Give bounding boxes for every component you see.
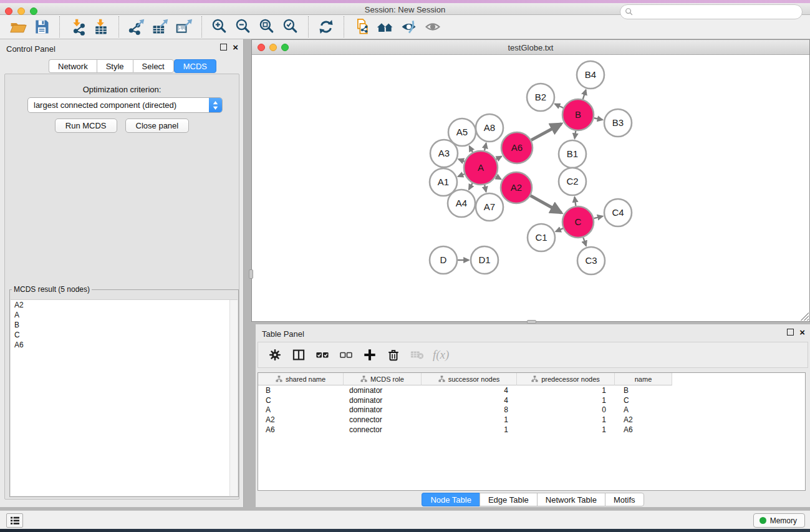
delete-row-button[interactable] [383, 344, 404, 365]
tab-network[interactable]: Network [49, 59, 97, 73]
import-network-icon [69, 18, 86, 36]
run-mcds-button[interactable]: Run MCDS [55, 118, 117, 133]
graph-edge-C-C3[interactable] [583, 238, 586, 246]
table-cell: 4 [422, 396, 517, 405]
graph-edge-A-A1[interactable] [458, 174, 465, 177]
close-panel-icon[interactable]: × [233, 44, 238, 51]
node-table-header: shared nameMCDS rolesuccessor nodesprede… [258, 373, 805, 385]
graph-node-label-D1: D1 [478, 254, 490, 265]
columns-button[interactable] [288, 344, 309, 365]
graph-edge-C-C1[interactable] [556, 228, 563, 231]
mcds-result-item[interactable]: A [11, 310, 238, 320]
close-table-panel-icon[interactable]: × [799, 329, 805, 336]
select-all-button[interactable] [312, 344, 333, 365]
float-table-panel-icon[interactable] [787, 329, 794, 336]
save-session-button[interactable] [30, 16, 54, 37]
table-cell: dominator [344, 396, 422, 405]
tab-style[interactable]: Style [97, 59, 133, 73]
toolbar-separator [344, 16, 344, 37]
tab-network-table[interactable]: Network Table [537, 493, 605, 506]
graph-edge-B-B4[interactable] [583, 90, 586, 99]
search-box[interactable] [620, 4, 803, 19]
graph-node-label-A8: A8 [484, 122, 495, 133]
graph-edge-A2-C[interactable] [531, 196, 562, 213]
open-session-button[interactable] [6, 16, 30, 37]
hide-panel-button[interactable] [397, 16, 421, 37]
table-row[interactable]: A6connector11A6 [258, 425, 805, 435]
refresh-button[interactable] [314, 16, 338, 37]
tab-mcds[interactable]: MCDS [174, 59, 216, 73]
zoom-out-button[interactable] [231, 16, 255, 37]
mcds-result-item[interactable]: A6 [11, 340, 238, 350]
settings-gear-button[interactable] [264, 344, 286, 365]
graph-edge-A-A8[interactable] [485, 143, 486, 151]
graph-edge-A-A4[interactable] [469, 183, 473, 190]
graph-edge-A-A5[interactable] [470, 146, 473, 152]
table-cell: 1 [422, 415, 517, 424]
optimization-criterion-dropdown[interactable]: largest connected component (directed) [27, 97, 223, 113]
graph-edge-A-A3[interactable] [458, 159, 465, 162]
search-input[interactable] [634, 6, 802, 18]
table-row[interactable]: Cdominator41C [258, 395, 805, 405]
tab-select[interactable]: Select [133, 59, 174, 73]
import-network-button[interactable] [65, 16, 89, 37]
graph-edge-A-A2[interactable] [496, 177, 501, 180]
column-header-name[interactable]: name [615, 373, 672, 385]
export-network-button[interactable] [125, 16, 148, 37]
tab-node-table[interactable]: Node Table [422, 493, 480, 506]
graph-edge-A-A6[interactable] [496, 157, 502, 160]
show-panel-button[interactable] [421, 16, 445, 37]
graph-edge-A-A7[interactable] [485, 185, 486, 191]
horizontal-scroll-thumb[interactable] [527, 320, 536, 324]
task-history-button[interactable] [6, 513, 23, 528]
close-panel-button[interactable]: Close panel [125, 118, 190, 133]
table-row[interactable]: A2connector11A2 [258, 415, 805, 425]
column-header-predecessor-nodes[interactable]: predecessor nodes [517, 373, 615, 385]
result-list-scrollbar[interactable] [229, 300, 238, 496]
resize-grip[interactable] [801, 312, 809, 321]
export-table-button[interactable] [148, 16, 172, 37]
column-header-successor-nodes[interactable]: successor nodes [422, 373, 517, 385]
network-canvas[interactable]: B4B2BB3A5A8A6A3B1AA1C2A2A4A7C4CC1C3DD1 [252, 55, 809, 321]
table-cell: B [615, 386, 672, 395]
attribute-icon [276, 375, 282, 382]
graph-node-label-D: D [440, 254, 447, 265]
add-row-button[interactable] [359, 344, 380, 365]
tab-edge-table[interactable]: Edge Table [480, 493, 537, 506]
clone-network-button[interactable] [350, 16, 374, 37]
table-cell: 4 [422, 386, 517, 395]
home-button[interactable] [374, 16, 397, 37]
export-table-icon [152, 18, 169, 36]
network-window-titlebar[interactable]: testGlobe.txt [252, 40, 809, 55]
table-cell: A2 [258, 415, 344, 424]
table-cell: 1 [422, 425, 517, 434]
tab-motifs[interactable]: Motifs [605, 493, 644, 506]
graph-edge-B-B3[interactable] [594, 118, 603, 120]
zoom-selected-button[interactable] [279, 16, 302, 37]
columns-icon [292, 348, 306, 362]
status-bar: Memory [0, 510, 810, 529]
export-image-button[interactable] [172, 16, 196, 37]
attribute-icon [438, 375, 445, 382]
graph-edge-C-C2[interactable] [575, 197, 576, 206]
column-header-MCDS-role[interactable]: MCDS role [344, 373, 422, 385]
deselect-all-button[interactable] [335, 344, 357, 365]
import-table-button[interactable] [89, 16, 113, 37]
graph-edge-B-B1[interactable] [575, 131, 576, 138]
vertical-scroll-thumb[interactable] [249, 269, 253, 279]
mcds-result-item[interactable]: A2 [11, 300, 238, 310]
zoom-in-button[interactable] [208, 16, 231, 37]
zoom-fit-button[interactable] [255, 16, 279, 37]
column-header-shared-name[interactable]: shared name [258, 373, 344, 385]
graph-edge-B-B2[interactable] [555, 104, 564, 108]
table-cell: connector [344, 425, 422, 434]
table-row[interactable]: Bdominator41B [258, 385, 805, 395]
mcds-result-item[interactable]: B [11, 320, 238, 330]
graph-node-label-A3: A3 [438, 148, 450, 158]
mcds-result-item[interactable]: C [11, 330, 238, 340]
graph-edge-C-C4[interactable] [594, 216, 602, 218]
table-row[interactable]: Adominator80A [258, 405, 805, 415]
float-panel-icon[interactable] [220, 44, 227, 51]
graph-edge-A6-B[interactable] [531, 124, 561, 140]
memory-button[interactable]: Memory [753, 513, 805, 528]
